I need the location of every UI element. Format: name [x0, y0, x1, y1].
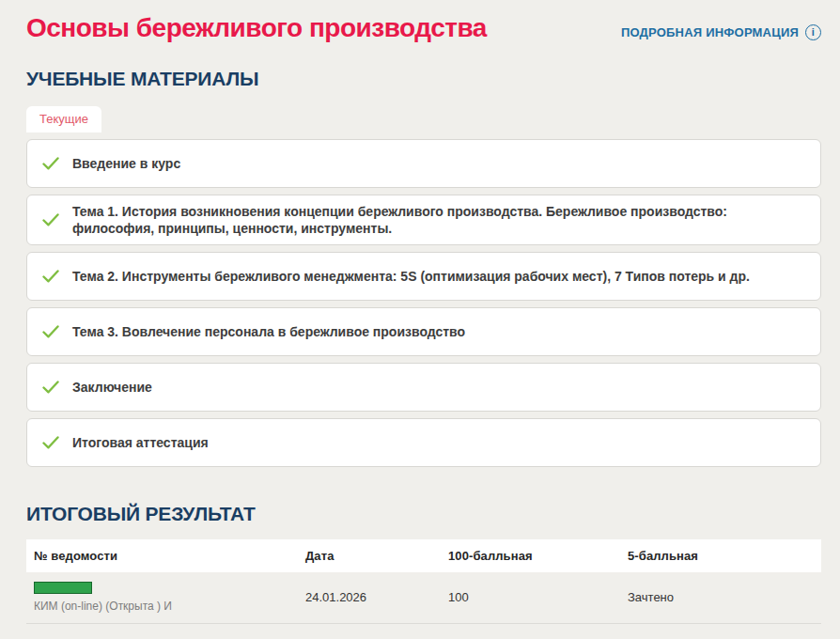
redacted-sheet-number: [34, 582, 92, 594]
results-table: № ведомости Дата 100-балльная 5-балльная…: [26, 539, 821, 624]
tab-current[interactable]: Текущие: [26, 106, 101, 132]
check-icon: [42, 157, 59, 170]
page-title: Основы бережливого производства: [26, 13, 487, 43]
material-item[interactable]: Заключение: [26, 363, 821, 412]
results-header-row: № ведомости Дата 100-балльная 5-балльная: [26, 539, 821, 572]
detailed-info-link[interactable]: ПОДРОБНАЯ ИНФОРМАЦИЯ i: [621, 24, 821, 40]
materials-heading: УЧЕБНЫЕ МАТЕРИАЛЫ: [26, 68, 821, 90]
material-item[interactable]: Итоговая аттестация: [26, 418, 821, 467]
material-item-label: Тема 3. Вовлечение персонала в бережливо…: [70, 323, 465, 340]
column-score-5: 5-балльная: [620, 539, 821, 572]
materials-list: Введение в курс Тема 1. История возникно…: [26, 139, 821, 467]
detailed-info-label: ПОДРОБНАЯ ИНФОРМАЦИЯ: [621, 25, 799, 39]
column-sheet-number: № ведомости: [26, 539, 298, 572]
column-score-100: 100-балльная: [441, 539, 620, 572]
course-page: Основы бережливого производства ПОДРОБНА…: [0, 0, 840, 624]
check-icon: [42, 381, 59, 394]
results-heading: ИТОГОВЫЙ РЕЗУЛЬТАТ: [26, 503, 821, 525]
sheet-label: КИМ (on-line) (Открыта ) И: [34, 600, 298, 613]
result-row: КИМ (on-line) (Открыта ) И 24.01.2026 10…: [26, 572, 821, 623]
result-date: 24.01.2026: [298, 572, 441, 623]
page-header: Основы бережливого производства ПОДРОБНА…: [26, 13, 821, 43]
material-item-label: Тема 1. История возникновения концепции …: [70, 203, 801, 237]
material-item[interactable]: Тема 1. История возникновения концепции …: [26, 195, 821, 245]
check-icon: [42, 213, 59, 226]
material-item[interactable]: Тема 2. Инструменты бережливого менеджме…: [26, 252, 821, 301]
material-item-label: Заключение: [70, 379, 152, 396]
material-item-label: Введение в курс: [70, 155, 180, 172]
check-icon: [42, 325, 59, 338]
result-score-100: 100: [441, 572, 620, 623]
material-item[interactable]: Введение в курс: [26, 139, 821, 188]
check-icon: [42, 270, 59, 283]
column-date: Дата: [298, 539, 441, 572]
info-icon: i: [805, 24, 821, 40]
check-icon: [42, 436, 59, 449]
material-item-label: Тема 2. Инструменты бережливого менеджме…: [70, 268, 750, 285]
result-score-5: Зачтено: [620, 572, 821, 623]
material-item[interactable]: Тема 3. Вовлечение персонала в бережливо…: [26, 307, 821, 356]
material-item-label: Итоговая аттестация: [70, 434, 209, 451]
